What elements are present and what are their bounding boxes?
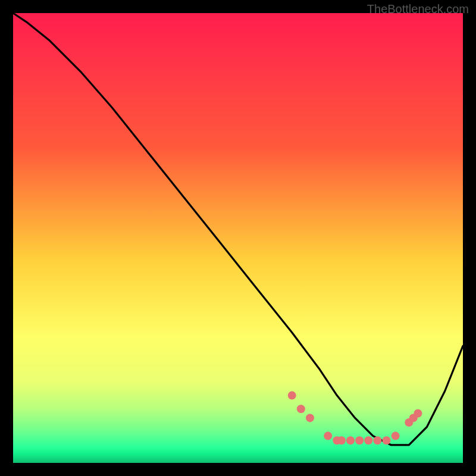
chart-plot-area bbox=[13, 13, 463, 463]
marker-dot bbox=[414, 409, 422, 418]
marker-dot bbox=[306, 414, 314, 422]
marker-dot bbox=[297, 405, 305, 413]
watermark-label: TheBottleneck.com bbox=[367, 2, 469, 16]
marker-dot bbox=[346, 436, 355, 444]
marker-dot bbox=[337, 436, 346, 444]
marker-dot bbox=[383, 436, 391, 444]
marker-dot bbox=[392, 432, 400, 440]
marker-dot bbox=[373, 436, 381, 444]
marker-dot bbox=[355, 436, 364, 444]
chart-svg bbox=[13, 13, 463, 463]
bottleneck-curve bbox=[13, 13, 463, 445]
marker-dot bbox=[364, 436, 372, 444]
marker-dot bbox=[288, 392, 296, 400]
marker-dot bbox=[324, 432, 332, 440]
